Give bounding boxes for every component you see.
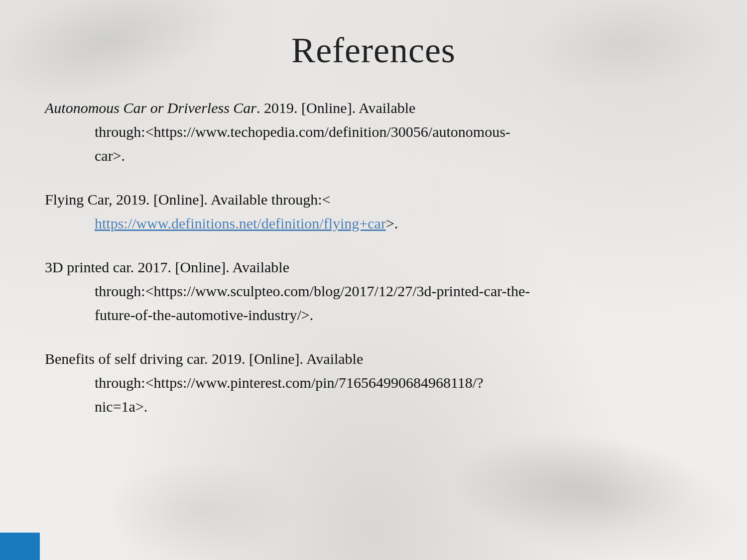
reference-1-continuation-2: car>. [45, 144, 702, 168]
reference-3-text: 3D printed car. 2017. [Online]. Availabl… [45, 255, 702, 279]
reference-1-text: Autonomous Car or Driverless Car. 2019. … [45, 96, 702, 120]
list-item: Autonomous Car or Driverless Car. 2019. … [45, 96, 702, 168]
reference-2-link[interactable]: https://www.definitions.net/definition/f… [95, 215, 386, 231]
list-item: Flying Car, 2019. [Online]. Available th… [45, 188, 702, 235]
reference-4-continuation-2: nic=1a>. [45, 395, 702, 419]
references-list: Autonomous Car or Driverless Car. 2019. … [45, 96, 702, 419]
page-title: References [45, 30, 702, 71]
reference-2-link-line: https://www.definitions.net/definition/f… [45, 212, 702, 235]
blue-square-decoration [0, 533, 40, 560]
reference-1-italic: Autonomous Car or Driverless Car [45, 100, 256, 116]
reference-4-continuation: through:<https://www.pinterest.com/pin/7… [45, 371, 702, 395]
reference-1-continuation: through:<https://www.techopedia.com/defi… [45, 120, 702, 144]
list-item: 3D printed car. 2017. [Online]. Availabl… [45, 255, 702, 327]
reference-4-text: Benefits of self driving car. 2019. [Onl… [45, 347, 702, 371]
reference-2-text: Flying Car, 2019. [Online]. Available th… [45, 188, 702, 212]
reference-3-continuation: through:<https://www.sculpteo.com/blog/2… [45, 279, 702, 303]
list-item: Benefits of self driving car. 2019. [Onl… [45, 347, 702, 419]
reference-3-continuation-2: future-of-the-automotive-industry/>. [45, 303, 702, 327]
